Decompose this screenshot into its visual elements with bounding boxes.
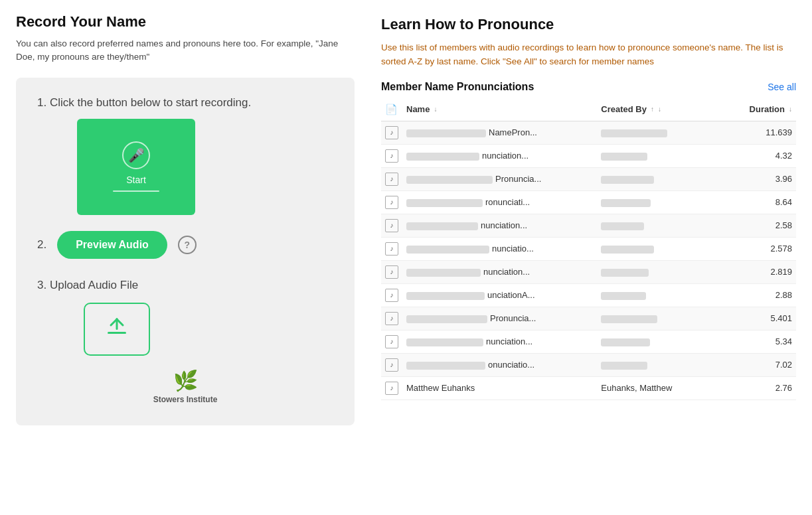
row-created-by [597,121,724,144]
doc-header-icon: 📄 [385,104,398,115]
audio-file-icon: ♪ [385,242,398,256]
table-row[interactable]: ♪ronunciati...8.64 [381,190,796,214]
col-header-created[interactable]: Created By ↑ ↓ [597,98,724,121]
row-duration: 3.96 [724,167,796,190]
row-audio-icon: ♪ [381,307,402,330]
mic-icon: 🎤 [128,147,145,163]
created-blurred [601,246,654,254]
name-text: nunciatio... [492,244,534,254]
table-row[interactable]: ♪onunciatio...7.02 [381,353,796,376]
name-sort-icon: ↓ [434,106,437,113]
table-header: 📄 Name ↓ Created By ↑ ↓ [381,98,796,121]
description-text: Use this list of members with audio reco… [381,41,796,69]
see-all-link[interactable]: See all [768,82,796,92]
step3-label: 3. Upload Audio File [37,279,333,292]
row-duration: 2.819 [724,260,796,283]
row-duration: 11.639 [724,121,796,144]
row-created-by [597,283,724,307]
start-label: Start [126,175,146,185]
audio-file-icon: ♪ [385,312,398,325]
row-created-by [597,330,724,353]
row-audio-icon: ♪ [381,214,402,237]
subtitle-text: You can also record preferred names and … [16,37,355,64]
name-blurred [406,292,485,300]
row-audio-icon: ♪ [381,190,402,214]
duration-sort-icon: ↓ [789,106,792,113]
pronunciations-table: 📄 Name ↓ Created By ↑ ↓ [381,98,796,400]
preview-audio-button[interactable]: Preview Audio [57,231,167,259]
created-blurred [601,176,654,184]
row-duration: 8.64 [724,190,796,214]
row-name: nunciation... [402,144,597,167]
name-blurred [406,199,483,207]
col-header-name[interactable]: Name ↓ [402,98,597,121]
row-created-by: Euhanks, Matthew [597,376,724,400]
upload-area[interactable] [84,303,150,356]
row-audio-icon: ♪ [381,121,402,144]
created-blurred [601,199,651,207]
name-text: Pronuncia... [495,174,541,184]
row-created-by [597,260,724,283]
name-text: ronunciati... [485,197,530,207]
record-box: 1. Click the button below to start recor… [16,78,355,425]
col-header-duration[interactable]: Duration ↓ [724,98,796,121]
created-blurred [601,338,650,346]
row-name: onunciatio... [402,353,597,376]
name-blurred [406,222,478,230]
table-row[interactable]: ♪Pronuncia...3.96 [381,167,796,190]
row-audio-icon: ♪ [381,237,402,260]
row-audio-icon: ♪ [381,376,402,400]
created-blurred [601,315,657,323]
row-duration: 2.58 [724,214,796,237]
help-icon[interactable]: ? [178,236,197,254]
name-text: nunciation... [481,220,527,230]
created-sort-icon-up: ↑ [651,106,654,113]
audio-file-icon: ♪ [385,265,398,279]
audio-file-icon: ♪ [385,335,398,348]
name-text: unciationA... [487,290,535,300]
audio-file-icon: ♪ [385,219,398,232]
audio-file-icon: ♪ [385,382,398,395]
table-row[interactable]: ♪nunciatio...2.578 [381,237,796,260]
table-row[interactable]: ♪nunciation...2.58 [381,214,796,237]
record-button[interactable]: 🎤 Start [77,119,195,215]
name-blurred [406,362,485,370]
table-row[interactable]: ♪nunciation...5.34 [381,330,796,353]
table-row[interactable]: ♪NamePron...11.639 [381,121,796,144]
logo-area: 🌿 Stowers Institute [37,369,333,404]
row-name: Matthew Euhanks [402,376,597,400]
row-audio-icon: ♪ [381,353,402,376]
svg-rect-0 [108,332,126,334]
row-audio-icon: ♪ [381,330,402,353]
row-duration: 4.32 [724,144,796,167]
row-duration: 5.401 [724,307,796,330]
name-text: NamePron... [489,127,537,137]
row-created-by [597,307,724,330]
row-name: NamePron... [402,121,597,144]
left-panel: Record Your Name You can also record pre… [16,13,355,502]
wave-line [113,190,159,192]
table-row[interactable]: ♪nunciation...2.819 [381,260,796,283]
row-duration: 5.34 [724,330,796,353]
help-symbol: ? [185,240,191,250]
step3-section: 3. Upload Audio File 🌿 Stowers Institute [37,279,333,404]
name-blurred [406,153,479,161]
name-blurred [406,246,489,254]
right-panel: Learn How to Pronounce Use this list of … [381,13,796,502]
table-row[interactable]: ♪unciationA...2.88 [381,283,796,307]
name-text: onunciatio... [488,360,534,370]
row-duration: 2.578 [724,237,796,260]
created-blurred [601,269,649,277]
row-created-by [597,353,724,376]
name-blurred [406,269,481,277]
col-header-icon: 📄 [381,98,402,121]
table-row[interactable]: ♪Pronuncia...5.401 [381,307,796,330]
name-blurred [406,338,483,346]
table-row[interactable]: ♪nunciation...4.32 [381,144,796,167]
name-blurred [406,315,487,323]
name-blurred [406,176,493,184]
table-row[interactable]: ♪Matthew EuhanksEuhanks, Matthew2.76 [381,376,796,400]
name-blurred [406,129,486,137]
audio-file-icon: ♪ [385,358,398,372]
row-name: unciationA... [402,283,597,307]
